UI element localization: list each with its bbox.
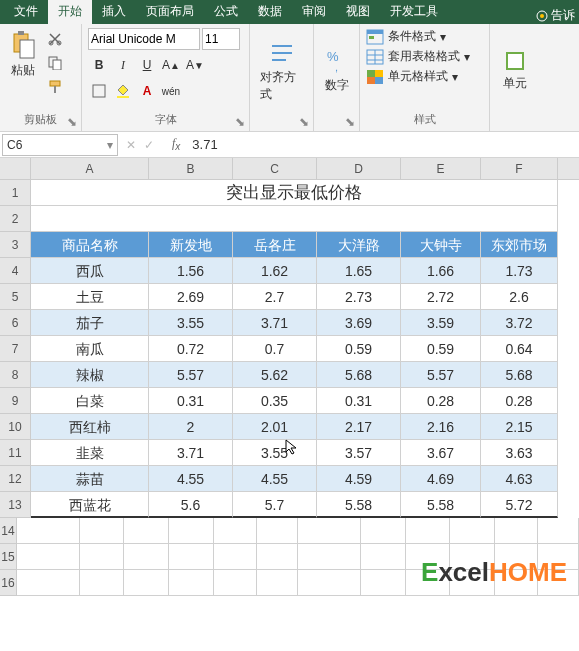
cell-F9[interactable]: 0.28 [481, 388, 558, 414]
cell-F13[interactable]: 5.72 [481, 492, 558, 518]
cell-E16[interactable] [214, 570, 257, 596]
row-header-12[interactable]: 12 [0, 466, 31, 492]
cancel-formula-icon[interactable]: ✕ [126, 138, 136, 152]
cell-A14[interactable] [17, 518, 80, 544]
cell-D8[interactable]: 5.68 [317, 362, 401, 388]
cell-A5[interactable]: 土豆 [31, 284, 149, 310]
col-header-D[interactable]: D [317, 158, 401, 179]
cell-C14[interactable] [124, 518, 169, 544]
col-header-C[interactable]: C [233, 158, 317, 179]
cell-B13[interactable]: 5.6 [149, 492, 233, 518]
col-header-B[interactable]: B [149, 158, 233, 179]
cell-C16[interactable] [124, 570, 169, 596]
row-header-3[interactable]: 3 [0, 232, 31, 258]
cell-C3[interactable]: 岳各庄 [233, 232, 317, 258]
tab-审阅[interactable]: 审阅 [292, 0, 336, 24]
cell-F6[interactable]: 3.72 [481, 310, 558, 336]
tab-文件[interactable]: 文件 [4, 0, 48, 24]
row-header-4[interactable]: 4 [0, 258, 31, 284]
cell-E9[interactable]: 0.28 [401, 388, 481, 414]
cell-B15[interactable] [80, 544, 125, 570]
cell-C4[interactable]: 1.62 [233, 258, 317, 284]
cell-C11[interactable]: 3.55 [233, 440, 317, 466]
tab-数据[interactable]: 数据 [248, 0, 292, 24]
clipboard-launcher-icon[interactable]: ⬊ [65, 115, 79, 129]
cell-E10[interactable]: 2.16 [401, 414, 481, 440]
cell-E16[interactable] [495, 570, 538, 596]
cell-A15[interactable] [17, 544, 80, 570]
row-header-9[interactable]: 9 [0, 388, 31, 414]
number-launcher-icon[interactable]: ⬊ [343, 115, 357, 129]
cell-A4[interactable]: 西瓜 [31, 258, 149, 284]
tab-开始[interactable]: 开始 [48, 0, 92, 24]
copy-button[interactable] [44, 52, 66, 74]
cell-A12[interactable]: 蒜苗 [31, 466, 149, 492]
row-header-16[interactable]: 16 [0, 570, 17, 596]
col-header-A[interactable]: A [31, 158, 149, 179]
cell-B7[interactable]: 0.72 [149, 336, 233, 362]
cell-C13[interactable]: 5.7 [233, 492, 317, 518]
cell-B14[interactable] [361, 518, 406, 544]
cell-D5[interactable]: 2.73 [317, 284, 401, 310]
align-launcher-icon[interactable]: ⬊ [297, 115, 311, 129]
cell-F16[interactable] [538, 570, 579, 596]
cell-A6[interactable]: 茄子 [31, 310, 149, 336]
cell-A10[interactable]: 西红柿 [31, 414, 149, 440]
cell-D7[interactable]: 0.59 [317, 336, 401, 362]
cell-C12[interactable]: 4.55 [233, 466, 317, 492]
tell-me[interactable]: 告诉 [531, 7, 579, 24]
row-header-1[interactable]: 1 [0, 180, 31, 206]
font-name-combo[interactable] [88, 28, 200, 50]
cell-E6[interactable]: 3.59 [401, 310, 481, 336]
tab-开发工具[interactable]: 开发工具 [380, 0, 448, 24]
cell-E4[interactable]: 1.66 [401, 258, 481, 284]
cell-D6[interactable]: 3.69 [317, 310, 401, 336]
row-header-5[interactable]: 5 [0, 284, 31, 310]
row-header-11[interactable]: 11 [0, 440, 31, 466]
cell-D10[interactable]: 2.17 [317, 414, 401, 440]
cell-E14[interactable] [495, 518, 538, 544]
cell-A15[interactable] [298, 544, 361, 570]
cell-E11[interactable]: 3.67 [401, 440, 481, 466]
cell-C9[interactable]: 0.35 [233, 388, 317, 414]
decrease-font-button[interactable]: A▼ [184, 54, 206, 76]
cell-D3[interactable]: 大洋路 [317, 232, 401, 258]
conditional-format-button[interactable]: 条件格式▾ [366, 28, 446, 45]
cell-B9[interactable]: 0.31 [149, 388, 233, 414]
cell-merged-row2[interactable] [31, 206, 558, 232]
cell-E13[interactable]: 5.58 [401, 492, 481, 518]
cell-D14[interactable] [450, 518, 495, 544]
cell-B16[interactable] [80, 570, 125, 596]
bold-button[interactable]: B [88, 54, 110, 76]
col-header-F[interactable]: F [481, 158, 558, 179]
fill-color-button[interactable] [112, 80, 134, 102]
cell-A9[interactable]: 白菜 [31, 388, 149, 414]
tab-公式[interactable]: 公式 [204, 0, 248, 24]
cell-A16[interactable] [17, 570, 80, 596]
cell-F14[interactable] [538, 518, 579, 544]
cell-B14[interactable] [80, 518, 125, 544]
cell-F14[interactable] [257, 518, 298, 544]
cell-A7[interactable]: 南瓜 [31, 336, 149, 362]
cell-B8[interactable]: 5.57 [149, 362, 233, 388]
select-all[interactable] [0, 158, 31, 179]
cell-C8[interactable]: 5.62 [233, 362, 317, 388]
cell-B5[interactable]: 2.69 [149, 284, 233, 310]
cell-F15[interactable] [257, 544, 298, 570]
paste-button[interactable]: 粘贴 [6, 28, 40, 81]
cell-A16[interactable] [298, 570, 361, 596]
cell-D13[interactable]: 5.58 [317, 492, 401, 518]
font-launcher-icon[interactable]: ⬊ [233, 115, 247, 129]
cell-E8[interactable]: 5.57 [401, 362, 481, 388]
cell-F11[interactable]: 3.63 [481, 440, 558, 466]
row-header-6[interactable]: 6 [0, 310, 31, 336]
align-button[interactable]: 对齐方式 [256, 37, 307, 105]
fx-icon[interactable]: fx [166, 136, 186, 152]
cell-D15[interactable] [169, 544, 214, 570]
border-button[interactable] [88, 80, 110, 102]
increase-font-button[interactable]: A▲ [160, 54, 182, 76]
number-button[interactable]: %, 数字 [321, 45, 353, 96]
cell-D4[interactable]: 1.65 [317, 258, 401, 284]
row-header-8[interactable]: 8 [0, 362, 31, 388]
cell-E7[interactable]: 0.59 [401, 336, 481, 362]
